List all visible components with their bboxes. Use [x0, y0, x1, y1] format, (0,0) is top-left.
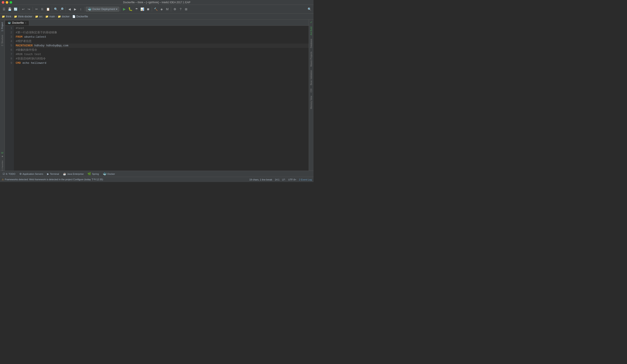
code-comment-6: #镜像的操作指令 [16, 48, 37, 52]
spring-button[interactable]: 🌿 Spring [86, 172, 101, 176]
ant-build-button[interactable]: 🔨 [153, 6, 158, 12]
line-ending[interactable]: LF: [282, 178, 286, 181]
line-num-9: 9 [5, 61, 12, 65]
tab-label: Dockerfile [12, 21, 24, 24]
editor-tab-dockerfile[interactable]: 🐳 Dockerfile × [5, 20, 29, 25]
terminal-label: Terminal [50, 173, 59, 175]
search-everywhere-button[interactable]: 🔍 [307, 6, 312, 12]
code-line-9: CMD echo helloword [16, 61, 309, 65]
cut-button[interactable]: ✂ [34, 6, 39, 12]
editor-container: 🐳 Dockerfile × 1 2 3 4 5 6 7 8 9 #test [5, 20, 309, 171]
copy-button[interactable]: ⎘ [40, 6, 45, 12]
find-button[interactable]: 🔍 [53, 6, 58, 12]
breadcrumb-docker[interactable]: 📁 docker [58, 15, 70, 18]
stop-button[interactable]: ⏹ [145, 6, 151, 12]
terminal-button[interactable]: ▶ Terminal [45, 172, 61, 176]
cursor-position[interactable]: 14:1 [275, 178, 279, 181]
left-sidebar: 1: Project 2: Structure W ★ 2: Favorites [0, 20, 5, 171]
breadcrumb-docker-label: docker [62, 15, 70, 18]
java-enterprise-button[interactable]: ☕ Java Enterprise [61, 172, 85, 176]
sidebar-item-web[interactable]: W [1, 152, 3, 155]
breadcrumb-main-label: main [50, 15, 55, 18]
right-tab-bean-validation[interactable]: Bean Validation [310, 68, 313, 87]
spring-label: Spring [92, 173, 99, 175]
next-change-button[interactable]: ▶ [72, 6, 78, 12]
breadcrumb-think[interactable]: 📁 think [2, 15, 11, 18]
docker-icon: 🐳 [88, 7, 92, 11]
code-editor[interactable]: #test #第一行必须制定基于的基础镜像 FROM ubuntu:latest… [14, 26, 309, 171]
right-tab-cdi[interactable]: CDI [310, 87, 313, 94]
debug-button[interactable]: 🐛 [127, 6, 133, 12]
save-button[interactable]: 💾 [7, 6, 12, 12]
separator-6 [120, 7, 121, 11]
code-kw-cmd: CMD [16, 61, 21, 65]
app-servers-label: Application Servers [23, 173, 43, 175]
breadcrumb-dockerfile[interactable]: 📄 Dockerfile [72, 15, 88, 18]
vcs-update-button[interactable]: ↕ [78, 6, 83, 12]
tab-close-button[interactable]: × [25, 22, 26, 24]
spring-icon: 🌿 [88, 172, 91, 175]
code-kw-from: FROM [16, 35, 22, 39]
help-button[interactable]: ? [178, 6, 183, 12]
code-line-6: #镜像的操作指令 [16, 48, 309, 52]
run-button[interactable]: ▶ [122, 6, 127, 12]
sidebar-favorites-label[interactable]: 2: Favorites [1, 159, 3, 171]
sidebar-item-favorites[interactable]: ★ [1, 155, 3, 159]
line-num-6: 6 [5, 48, 12, 52]
git-button[interactable]: ◈ [159, 6, 164, 12]
event-log-button[interactable]: 2 Event Log [299, 178, 312, 181]
breadcrumb-main[interactable]: 📁 main [45, 15, 55, 18]
maven-button[interactable]: M [165, 6, 170, 12]
sync-button[interactable]: 🔄 [13, 6, 18, 12]
right-tab-database[interactable]: Database [310, 37, 313, 50]
code-line-1: #test [16, 26, 309, 30]
right-tab-memory[interactable]: Memory View [310, 94, 313, 110]
code-comment-7: #RUN touch test [16, 53, 41, 56]
paste-button[interactable]: 📋 [45, 6, 51, 12]
checkmark-icon: ✓ [310, 20, 313, 25]
code-cmd-value: echo helloword [22, 61, 46, 65]
breadcrumb-think-docker[interactable]: 📁 think-docker [14, 15, 32, 18]
maximize-button[interactable] [9, 1, 12, 4]
java-enterprise-label: Java Enterprise [67, 173, 84, 175]
layout-button[interactable]: ⊞ [184, 6, 189, 12]
undo-button[interactable]: ↩ [21, 6, 26, 12]
docker-deployment-selector[interactable]: 🐳 Docker Deployment ▾ [86, 7, 119, 11]
minimize-button[interactable] [6, 1, 8, 4]
docker-button[interactable]: 🐳 Docker [101, 172, 117, 176]
right-tab-ant-build[interactable]: Ant Build [310, 25, 313, 37]
sidebar-item-project[interactable]: 1: Project [1, 20, 4, 33]
right-tab-maven[interactable]: Maven Projects [310, 50, 313, 68]
status-right: 19 chars, 1 line break 14:1 LF: UTF-8+ 2… [249, 178, 312, 181]
status-warning-text[interactable]: Frameworks detected: Web framework is de… [5, 178, 103, 181]
folder-icon-4: 📁 [45, 15, 49, 18]
sidebar-item-structure[interactable]: 2: Structure [1, 33, 4, 48]
code-comment-1: #test [16, 27, 24, 30]
right-sidebar: ✓ Ant Build Database Maven Projects Bean… [309, 20, 314, 171]
prev-change-button[interactable]: ◀ [67, 6, 72, 12]
separator-2 [33, 7, 33, 11]
breadcrumb-sep-1: › [12, 15, 13, 18]
close-button[interactable] [2, 1, 4, 4]
app-servers-button[interactable]: ⚙ Application Servers [18, 172, 45, 176]
settings-button[interactable]: ⚙ [172, 6, 177, 12]
menu-button[interactable]: ☰ [1, 6, 6, 12]
redo-button[interactable]: ↪ [26, 6, 32, 12]
line-num-2: 2 [5, 30, 12, 35]
file-encoding[interactable]: UTF-8+ [288, 178, 297, 181]
breadcrumb-src[interactable]: 📁 src [35, 15, 43, 18]
warning-icon: ⚠ [2, 178, 4, 181]
dockerfile-tab-icon: 🐳 [8, 21, 11, 24]
todo-button[interactable]: ☑ 6: TODO [1, 172, 17, 176]
profile-button[interactable]: 📊 [140, 6, 145, 12]
separator-3 [52, 7, 52, 11]
todo-icon: ☑ [2, 172, 5, 175]
coverage-button[interactable]: ☂ [134, 6, 139, 12]
todo-label: 6: TODO [6, 173, 15, 175]
breadcrumb-think-docker-label: think-docker [18, 15, 32, 18]
editor-tabs: 🐳 Dockerfile × [5, 20, 309, 26]
find-usages-button[interactable]: 🔎 [59, 6, 64, 12]
line-num-5: 5 [5, 44, 12, 48]
java-enterprise-icon: ☕ [63, 172, 66, 175]
window-controls[interactable] [2, 1, 12, 4]
